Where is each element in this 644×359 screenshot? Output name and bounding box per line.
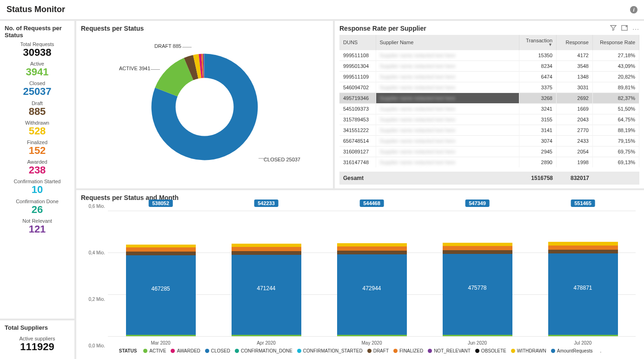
focus-mode-icon[interactable] xyxy=(621,25,628,33)
bar-segment-active xyxy=(232,335,301,336)
table-row[interactable]: 316089127 Supplier name redacted text he… xyxy=(339,146,639,157)
donut-chart[interactable]: DRAFT 885 ACTIVE 3941 CLOSED 25037 xyxy=(81,35,328,179)
donut-label-closed: CLOSED 25037 xyxy=(264,157,300,162)
bar-segment-withdrawn xyxy=(232,244,301,247)
bar-total-label: 547349 xyxy=(465,199,490,207)
x-tick: May 2020 xyxy=(332,340,412,346)
bar-segment-closed xyxy=(443,254,512,335)
x-tick: Jul 2020 xyxy=(544,340,623,346)
legend-item[interactable]: CONFIRMATION_STARTED xyxy=(297,348,363,353)
kpi-item[interactable]: Total Requests 30938 xyxy=(5,41,70,58)
kpi-label: Not Relevant xyxy=(5,218,70,224)
barchart-legend: STATUSACTIVEAWARDEDCLOSEDCONFIRMATION_DO… xyxy=(81,346,639,355)
bar-group[interactable]: 544468472944 xyxy=(332,211,412,336)
suppliers-title: Total Suppliers xyxy=(5,324,70,331)
donut-svg xyxy=(144,47,265,167)
donut-title: Requests per Status xyxy=(81,25,328,32)
response-table[interactable]: DUNS Supplier Name Transaction▼ Response… xyxy=(339,35,639,167)
filter-icon[interactable] xyxy=(610,25,617,33)
kpi-panel: No. of Requests per Status Total Request… xyxy=(0,21,74,319)
kpi-item[interactable]: Closed 25037 xyxy=(5,80,70,97)
kpi-item[interactable]: Draft 885 xyxy=(5,100,70,117)
kpi-item[interactable]: Confirmation Done 26 xyxy=(5,199,70,215)
legend-item[interactable]: AWARDED xyxy=(171,348,200,353)
legend-title: STATUS xyxy=(119,348,137,353)
bar-total-label: 538052 xyxy=(148,199,173,207)
y-tick: 0,6 Mio. xyxy=(88,204,105,209)
legend-item[interactable]: WITHDRAWN xyxy=(511,348,546,353)
kpi-label: Draft xyxy=(5,100,70,106)
legend-swatch xyxy=(551,349,555,353)
legend-swatch xyxy=(297,349,301,353)
kpi-value: 238 xyxy=(5,165,70,176)
table-row[interactable]: 999511108 Supplier name redacted text he… xyxy=(339,50,639,61)
legend-swatch xyxy=(143,349,147,353)
legend-item[interactable]: FINALIZED xyxy=(393,348,423,353)
suppliers-value: 111929 xyxy=(5,341,70,352)
bar-segment-finalized xyxy=(548,246,618,250)
col-duns[interactable]: DUNS xyxy=(339,35,376,50)
kpi-item[interactable]: Confirmation Started 10 xyxy=(5,179,70,195)
bar-segment-active xyxy=(337,335,407,336)
bar-segment-draft xyxy=(232,251,301,255)
kpi-item[interactable]: Awarded 238 xyxy=(5,159,70,176)
y-tick: 0,0 Mio. xyxy=(88,343,105,348)
table-row[interactable]: 315789453 Supplier name redacted text he… xyxy=(339,114,639,125)
response-table-title: Response Rate per Supplier xyxy=(339,25,426,32)
table-row[interactable]: 341551222 Supplier name redacted text he… xyxy=(339,125,639,136)
legend-item[interactable]: AmountRequests xyxy=(551,348,593,353)
footer-response: 832017 xyxy=(553,175,589,181)
table-footer: Gesamt 1516758 832017 xyxy=(339,172,639,185)
bar-group[interactable]: 538052467285 xyxy=(121,211,200,336)
kpi-panel-title: No. of Requests per Status xyxy=(5,25,70,39)
col-supplier-name[interactable]: Supplier Name xyxy=(376,35,519,50)
kpi-item[interactable]: Finalized 152 xyxy=(5,140,70,156)
legend-item[interactable]: CONFIRMATION_DONE xyxy=(235,348,292,353)
legend-swatch xyxy=(475,349,479,353)
legend-item[interactable]: CLOSED xyxy=(205,348,230,353)
table-row[interactable]: 545109373 Supplier name redacted text he… xyxy=(339,104,639,114)
bar-segment-draft xyxy=(337,251,407,254)
table-row[interactable]: 316147748 Supplier name redacted text he… xyxy=(339,157,639,168)
legend-swatch xyxy=(367,349,372,353)
bar-group[interactable]: 551465478871 xyxy=(544,211,623,336)
legend-swatch xyxy=(205,349,209,353)
table-row[interactable]: 546094702 Supplier name redacted text he… xyxy=(339,82,639,93)
table-row[interactable]: 999511109 Supplier name redacted text he… xyxy=(339,72,639,82)
col-transaction[interactable]: Transaction▼ xyxy=(519,35,557,50)
kpi-item[interactable]: Not Relevant 121 xyxy=(5,218,70,235)
plot-area: 5380524672855422334712445444684729445473… xyxy=(108,206,636,346)
info-icon[interactable]: i xyxy=(630,6,637,13)
bar-group[interactable]: 542233471244 xyxy=(227,211,306,336)
bar-segment-withdrawn xyxy=(337,243,407,247)
kpi-value: 885 xyxy=(5,106,70,117)
bar-segment-closed xyxy=(126,255,196,335)
response-table-panel: Response Rate per Supplier ··· DUNS xyxy=(335,21,644,188)
col-response-rate[interactable]: Response Rate xyxy=(593,35,639,50)
page-title: Status Monitor xyxy=(7,5,65,14)
kpi-item[interactable]: Active 3941 xyxy=(5,61,70,78)
legend-item[interactable]: DRAFT xyxy=(367,348,389,353)
kpi-value: 30938 xyxy=(5,47,70,58)
suppliers-label: Active suppliers xyxy=(5,336,70,341)
donut-label-active: ACTIVE 3941 xyxy=(119,66,150,71)
barchart-panel: Requests per Status and Month 0,0 Mio.0,… xyxy=(76,190,644,359)
legend-item[interactable]: NOT_RELEVANT xyxy=(428,348,471,353)
barchart-body[interactable]: 0,0 Mio.0,2 Mio.0,4 Mio.0,6 Mio. 5380524… xyxy=(81,204,639,346)
kpi-value: 121 xyxy=(5,224,70,235)
more-options-icon[interactable]: ··· xyxy=(632,25,639,33)
bar-segment-finalized xyxy=(443,246,512,250)
table-row[interactable]: 656748514 Supplier name redacted text he… xyxy=(339,136,639,146)
legend-item[interactable]: OBSOLETE xyxy=(475,348,506,353)
table-row[interactable]: 999501304 Supplier name redacted text he… xyxy=(339,61,639,72)
kpi-item[interactable]: Withdrawn 528 xyxy=(5,120,70,137)
legend-swatch xyxy=(171,349,175,353)
legend-item[interactable]: ACTIVE xyxy=(143,348,166,353)
col-response[interactable]: Response xyxy=(557,35,593,50)
bar-segment-draft xyxy=(126,252,196,255)
table-row[interactable]: 495719346 Supplier name redacted text he… xyxy=(339,93,639,104)
bar-group[interactable]: 547349475778 xyxy=(438,211,517,336)
kpi-value: 528 xyxy=(5,126,70,137)
x-tick: Apr 2020 xyxy=(227,340,306,346)
y-tick: 0,4 Mio. xyxy=(88,250,105,255)
